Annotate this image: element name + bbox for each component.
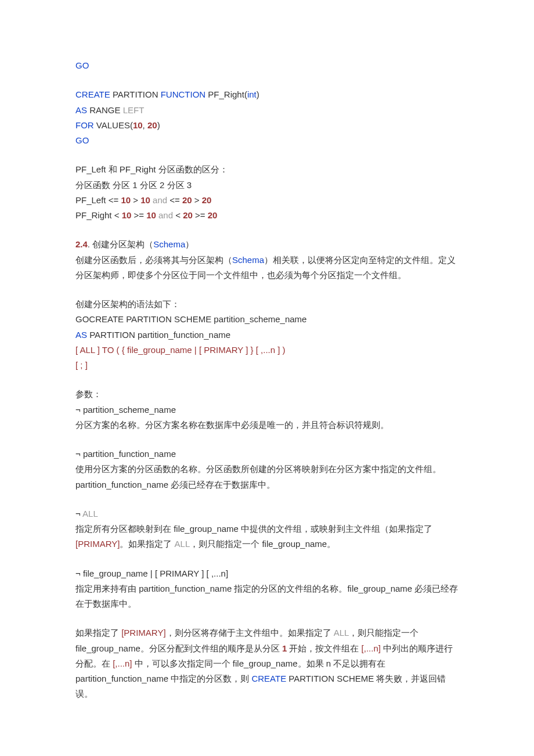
param-head: ¬ ALL [75, 506, 459, 521]
param-function-name: ¬ partition_function_name 使用分区方案的分区函数的名称… [75, 447, 459, 492]
keyword-as: AS [75, 105, 87, 115]
value-20: 20 [208, 210, 218, 220]
code-line: GO [75, 133, 459, 148]
text-line: PF_Left 和 PF_Right 分区函数的区分： [75, 162, 459, 177]
param-primary-note: 如果指定了 [PRIMARY]，则分区将存储于主文件组中。如果指定了 ALL，则… [75, 625, 459, 701]
keyword-function: FUNCTION [161, 89, 206, 99]
n-literal: [,...n] [362, 643, 381, 653]
value-20: 20 [202, 195, 212, 205]
param-all: ¬ ALL 指定所有分区都映射到在 file_group_name 中提供的文件… [75, 506, 459, 552]
keyword-go: GO [75, 60, 89, 70]
n-literal: [,...n] [113, 658, 132, 668]
value-10: 10 [121, 195, 131, 205]
text: VALUES( [94, 120, 133, 130]
text: ) [257, 89, 259, 99]
text: > [131, 195, 140, 205]
value-10: 10 [140, 195, 150, 205]
syntax-block: 创建分区架构的语法如下： GOCREATE PARTITION SCHEME p… [75, 297, 459, 373]
code-line: AS RANGE LEFT [75, 103, 459, 118]
schema-word: Schema [153, 239, 185, 249]
text: >= [131, 210, 146, 220]
code-line: [ ; ] [75, 358, 459, 373]
param-body: 使用分区方案的分区函数的名称。分区函数所创建的分区将映射到在分区方案中指定的文件… [75, 462, 459, 492]
section-heading: 2.4. 创建分区架构（Schema） [75, 237, 459, 252]
primary-literal: [PRIMARY] [121, 628, 165, 638]
type-int: int [247, 89, 257, 99]
param-body: 指定用来持有由 partition_function_name 指定的分区的文件… [75, 581, 459, 612]
text: <= [169, 195, 182, 205]
value-20: 20 [182, 195, 192, 205]
keyword-as: AS [75, 330, 87, 340]
keyword-all: ALL [82, 509, 98, 519]
keyword-all: ALL [334, 628, 349, 638]
document-page: GO CREATE PARTITION FUNCTION PF_Right(in… [0, 0, 534, 756]
code-block-create-function: CREATE PARTITION FUNCTION PF_Right(int) … [75, 87, 459, 148]
text: > [192, 195, 202, 205]
text-line: PF_Left <= 10 > 10 and <= 20 > 20 [75, 193, 459, 208]
text: 。如果指定了 [120, 539, 174, 549]
param-scheme-name: 参数： ¬ partition_scheme_name 分区方案的名称。分区方案… [75, 387, 459, 433]
code-line: FOR VALUES(10, 20) [75, 118, 459, 133]
code-line: AS PARTITION partition_function_name [75, 327, 459, 343]
value-20: 20 [147, 120, 157, 130]
text-line: 创建分区架构的语法如下： [75, 297, 459, 312]
keyword-create: CREATE [75, 89, 110, 99]
text: 指定所有分区都映射到在 file_group_name 中提供的文件组，或映射到… [75, 524, 432, 534]
keyword-left: LEFT [123, 105, 145, 115]
text: 创建分区函数后，必须将其与分区架构（ [75, 255, 232, 265]
text: PARTITION [110, 89, 161, 99]
param-file-group: ¬ file_group_name | [ PRIMARY ] [ ,...n]… [75, 566, 459, 612]
code-line: CREATE PARTITION FUNCTION PF_Right(int) [75, 87, 459, 102]
section-body: 创建分区函数后，必须将其与分区架构（Schema）相关联，以便将分区定向至特定的… [75, 253, 459, 283]
value-10: 10 [133, 120, 143, 130]
value-10: 10 [122, 210, 132, 220]
param-body: 指定所有分区都映射到在 file_group_name 中提供的文件组，或映射到… [75, 521, 459, 552]
text: 开始，按文件组在 [287, 643, 361, 653]
text: ) [157, 120, 160, 130]
param-head: ¬ partition_function_name [75, 447, 459, 462]
section-2-4: 2.4. 创建分区架构（Schema） 创建分区函数后，必须将其与分区架构（Sc… [75, 237, 459, 283]
param-head: ¬ partition_scheme_name [75, 402, 459, 417]
section-number: 2.4 [75, 239, 88, 249]
text: < [175, 210, 183, 220]
value-10: 10 [146, 210, 156, 220]
text: 如果指定了 [75, 628, 121, 638]
text: >= [193, 210, 208, 220]
value-20: 20 [183, 210, 193, 220]
schema-word: Schema [232, 255, 264, 265]
code-line: GOCREATE PARTITION SCHEME partition_sche… [75, 312, 459, 327]
code-block-go: GO [75, 58, 459, 73]
keyword-all: ALL [175, 539, 190, 549]
text: , [143, 120, 147, 130]
difference-block: PF_Left 和 PF_Right 分区函数的区分： 分区函数 分区 1 分区… [75, 162, 459, 223]
params-title: 参数： [75, 387, 459, 402]
text: PF_Left <= [75, 195, 121, 205]
keyword-for: FOR [75, 120, 94, 130]
text: RANGE [87, 105, 123, 115]
keyword-create: CREATE [251, 674, 286, 683]
keyword-go: GO [75, 135, 89, 145]
text: ¬ [75, 509, 82, 519]
text: ，则只能指定一个 file_group_name。 [190, 539, 335, 549]
text-line: 分区函数 分区 1 分区 2 分区 3 [75, 178, 459, 193]
keyword-and: and [156, 210, 175, 220]
param-body: 分区方案的名称。分区方案名称在数据库中必须是唯一的，并且符合标识符规则。 [75, 417, 459, 433]
keyword-and: and [150, 195, 169, 205]
text: PF_Right( [205, 89, 247, 99]
text: PF_Right < [75, 210, 122, 220]
value-1: 1 [282, 643, 287, 653]
text: ，则分区将存储于主文件组中。如果指定了 [166, 628, 334, 638]
text: . 创建分区架构（ [88, 239, 153, 249]
primary-literal: [PRIMARY] [75, 539, 120, 549]
text: PARTITION partition_function_name [87, 330, 230, 340]
text-line: PF_Right < 10 >= 10 and < 20 >= 20 [75, 208, 459, 223]
text: ） [185, 239, 194, 249]
param-head: ¬ file_group_name | [ PRIMARY ] [ ,...n] [75, 566, 459, 581]
code-line: [ ALL ] TO ( { file_group_name | [ PRIMA… [75, 343, 459, 358]
